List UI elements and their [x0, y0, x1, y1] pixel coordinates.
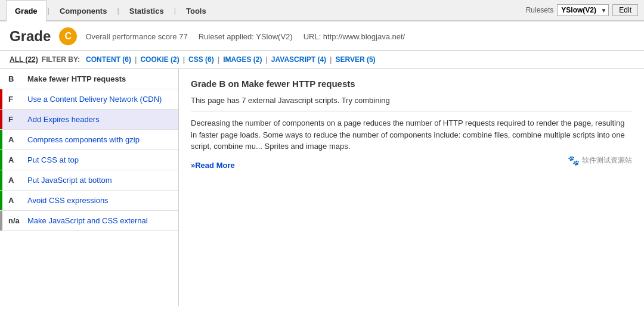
bar-css-top: [0, 150, 2, 170]
filter-all[interactable]: ALL (22): [10, 55, 38, 64]
detail-desc: Decreasing the number of components on a…: [191, 117, 632, 152]
rule-name-expires[interactable]: Add Expires headers: [27, 115, 100, 124]
performance-score: Overall performance score 77: [85, 32, 187, 41]
url-label: URL: http://www.blogjava.net/: [304, 32, 405, 41]
grade-gzip: A: [8, 135, 23, 144]
grade-js-css-ext: n/a: [8, 216, 23, 225]
main-content: B Make fewer HTTP requests F Use a Conte…: [0, 69, 644, 306]
rule-row-css-expr[interactable]: A Avoid CSS expressions: [0, 191, 178, 210]
rule-item-make-fewer: B Make fewer HTTP requests: [0, 69, 178, 89]
grade-badge: C: [59, 27, 77, 45]
tab-grade[interactable]: Grade: [6, 0, 47, 21]
nav-sep-2: |: [116, 0, 120, 20]
nav-sep-3: |: [173, 0, 177, 20]
rule-item-js-bottom: A Put JavaScript at bottom: [0, 170, 178, 191]
filter-bar: ALL (22) FILTER BY: CONTENT (6) | COOKIE…: [0, 51, 644, 69]
rule-row-js-css-ext[interactable]: n/a Make JavaScript and CSS external: [0, 211, 178, 230]
tab-components[interactable]: Components: [51, 0, 116, 21]
grade-css-top: A: [8, 155, 23, 164]
bar-css-expr: [0, 191, 2, 210]
bar-cdn: [0, 89, 2, 109]
grade-css-expr: A: [8, 196, 23, 205]
top-navigation: Grade | Components | Statistics | Tools …: [0, 0, 644, 21]
detail-first: This page has 7 external Javascript scri…: [191, 96, 632, 111]
rule-name-css-top[interactable]: Put CSS at top: [27, 155, 79, 164]
grade-make-fewer: B: [8, 74, 23, 83]
grade-meta: Overall performance score 77 Ruleset app…: [85, 32, 405, 41]
rule-row-js-bottom[interactable]: A Put JavaScript at bottom: [0, 170, 178, 190]
filter-sep-5: |: [330, 55, 332, 64]
grade-header: Grade C Overall performance score 77 Rul…: [0, 21, 644, 51]
bar-gzip: [0, 130, 2, 149]
rule-name-js-bottom[interactable]: Put JavaScript at bottom: [27, 176, 112, 185]
filter-content[interactable]: CONTENT (6): [86, 55, 131, 64]
grade-js-bottom: A: [8, 176, 23, 185]
filter-sep-2: |: [183, 55, 185, 64]
rule-row-gzip[interactable]: A Compress components with gzip: [0, 130, 178, 149]
filter-sep-4: |: [265, 55, 267, 64]
ruleset-applied: Ruleset applied: YSlow(V2): [199, 32, 293, 41]
rule-name-gzip[interactable]: Compress components with gzip: [27, 135, 140, 144]
ruleset-select[interactable]: YSlow(V2): [557, 4, 609, 16]
filter-server[interactable]: SERVER (5): [335, 55, 375, 64]
rule-row-cdn[interactable]: F Use a Content Delivery Network (CDN): [0, 89, 178, 109]
filter-sep-3: |: [218, 55, 219, 64]
nav-sep-1: |: [47, 0, 51, 20]
rule-name-cdn[interactable]: Use a Content Delivery Network (CDN): [27, 95, 162, 104]
filter-images[interactable]: IMAGES (2): [223, 55, 262, 64]
ruleset-wrapper: YSlow(V2) ▼: [557, 4, 609, 16]
right-panel: Grade B on Make fewer HTTP requests This…: [179, 69, 644, 306]
read-more-link[interactable]: »Read More: [191, 161, 235, 170]
grade-expires: F: [8, 115, 23, 124]
rule-name-make-fewer: Make fewer HTTP requests: [27, 74, 126, 83]
tab-tools[interactable]: Tools: [177, 0, 215, 21]
bar-js-bottom: [0, 170, 2, 190]
bar-js-css-ext: [0, 211, 2, 230]
rule-row-expires[interactable]: F Add Expires headers: [0, 110, 178, 129]
bar-make-fewer: [0, 69, 2, 89]
ruleset-area: Rulesets YSlow(V2) ▼ Edit: [526, 0, 638, 20]
rule-row-make-fewer[interactable]: B Make fewer HTTP requests: [0, 69, 178, 89]
edit-button[interactable]: Edit: [612, 4, 638, 16]
filter-cookie[interactable]: COOKIE (2): [140, 55, 179, 64]
bar-expires: [0, 110, 2, 129]
detail-title: Grade B on Make fewer HTTP requests: [191, 79, 632, 89]
rule-item-js-css-ext: n/a Make JavaScript and CSS external: [0, 211, 178, 231]
rule-name-js-css-ext[interactable]: Make JavaScript and CSS external: [27, 216, 148, 225]
watermark: 🐾 软件测试资源站: [568, 155, 632, 166]
filter-css[interactable]: CSS (6): [188, 55, 214, 64]
rule-item-gzip: A Compress components with gzip: [0, 130, 178, 150]
watermark-icon: 🐾: [568, 155, 580, 166]
left-panel: B Make fewer HTTP requests F Use a Conte…: [0, 69, 179, 306]
rulesets-label: Rulesets: [526, 6, 554, 14]
rule-name-css-expr[interactable]: Avoid CSS expressions: [27, 196, 109, 205]
filter-javascript[interactable]: JAVASCRIPT (4): [271, 55, 326, 64]
grade-cdn: F: [8, 95, 23, 104]
rule-item-css-top: A Put CSS at top: [0, 150, 178, 170]
rule-item-expires: F Add Expires headers: [0, 110, 178, 130]
filter-by-label: FILTER BY:: [42, 55, 80, 64]
rule-row-css-top[interactable]: A Put CSS at top: [0, 150, 178, 170]
rule-item-css-expr: A Avoid CSS expressions: [0, 191, 178, 211]
grade-title: Grade: [10, 28, 51, 45]
rule-item-cdn: F Use a Content Delivery Network (CDN): [0, 89, 178, 110]
tab-statistics[interactable]: Statistics: [120, 0, 173, 21]
filter-sep-1: |: [135, 55, 137, 64]
